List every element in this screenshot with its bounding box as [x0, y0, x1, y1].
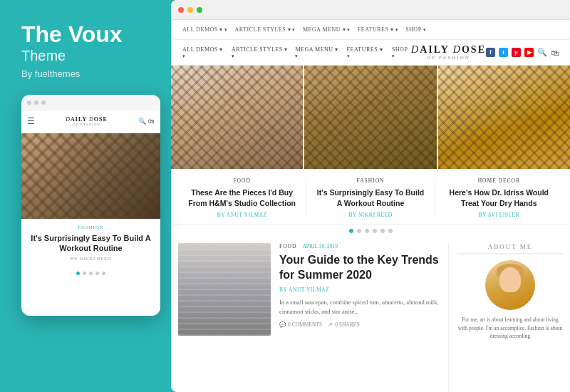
left-panel: The Voux Theme By fuelthemes ☰ DAILY DOS…: [0, 0, 171, 392]
site-logo: DAILY DOSE OF FASHION: [411, 45, 486, 61]
article-title-2[interactable]: It's Surprisingly Easy To Build A Workou…: [314, 187, 427, 208]
comments-count: 0 COMMENTS: [288, 321, 322, 328]
about-text: For me, art is about learning and about …: [457, 316, 563, 340]
carousel-dot-3[interactable]: [365, 229, 369, 233]
avatar-face: [499, 267, 521, 292]
hero-grid: [171, 66, 570, 169]
browser-mockup: ALL DEMOS ▾ ARTICLE STYLES ▾ MEGA MENU ▾…: [171, 0, 570, 392]
top-nav-all-demos[interactable]: ALL DEMOS ▾: [182, 26, 228, 33]
comment-icon: 💬: [279, 321, 286, 328]
main-nav-all-demos[interactable]: ALL DEMOS ▾: [182, 46, 224, 59]
carousel-dot-6[interactable]: [388, 229, 393, 233]
comments-button[interactable]: 💬 0 COMMENTS: [279, 321, 322, 328]
carousel-dot-5[interactable]: [380, 229, 385, 233]
article-card-3: HOME DECOR Here's How Dr. Idriss Would T…: [435, 177, 563, 218]
mobile-dot-4: [95, 272, 99, 275]
hero-image-1: [171, 66, 303, 169]
pinterest-icon[interactable]: p: [512, 48, 521, 57]
mobile-article-category: FASHION: [28, 225, 153, 230]
pattern-overlay-1: [171, 66, 303, 169]
about-sidebar: ABOUT ME For me, art is about learning a…: [449, 243, 563, 392]
browser-close-dot: [178, 7, 184, 13]
pattern-overlay-3: [438, 66, 570, 169]
top-nav-links: ALL DEMOS ▾ ARTICLE STYLES ▾ MEGA MENU ▾…: [182, 26, 426, 33]
browser-minimize-dot: [187, 7, 193, 13]
mobile-logo-text: DAILY DOSE: [39, 117, 134, 123]
carousel-dot-1[interactable]: [349, 229, 353, 233]
featured-actions: 💬 0 COMMENTS ↗ 0 SHARES: [279, 321, 440, 328]
site-logo-tagline: OF FASHION: [411, 55, 486, 61]
article-cat-1: FOOD: [185, 177, 299, 184]
featured-article: FOOD APRIL 30, 2019 Your Guide to the Ke…: [178, 243, 449, 392]
mobile-dot-5: [102, 272, 105, 275]
share-icon: ↗: [328, 321, 333, 328]
main-nav-article-styles[interactable]: ARTICLE STYLES ▾: [232, 46, 288, 59]
facebook-icon[interactable]: f: [486, 48, 495, 57]
hero-image-3: [438, 66, 570, 169]
article-title-3[interactable]: Here's How Dr. Idriss Would Treat Your D…: [442, 187, 556, 208]
bottom-section: FOOD APRIL 30, 2019 Your Guide to the Ke…: [171, 236, 570, 392]
cart-icon[interactable]: 🛍: [551, 48, 559, 57]
about-avatar: [485, 260, 535, 310]
carousel-dot-4[interactable]: [373, 229, 377, 233]
article-author-3: by AVI EISLER: [442, 212, 556, 218]
hero-image-2: [304, 66, 436, 169]
cart-icon: 🛍: [148, 118, 155, 125]
carousel-dot-2[interactable]: [357, 229, 361, 233]
youtube-icon[interactable]: ▶: [524, 48, 534, 57]
browser-expand-dot: [197, 7, 202, 13]
mobile-logo-sub: OF FASHION: [39, 123, 134, 126]
article-card-2: FASHION It's Surprisingly Easy To Build …: [306, 177, 434, 218]
main-nav-mega-menu[interactable]: MEGA MENU ▾: [295, 46, 339, 59]
mobile-article-content: FASHION It's Surprisingly Easy To Build …: [21, 219, 160, 268]
main-nav-left: ALL DEMOS ▾ ARTICLE STYLES ▾ MEGA MENU ▾…: [182, 46, 411, 59]
article-cat-2: FASHION: [314, 177, 427, 184]
article-title-1[interactable]: These Are the Pieces I'd Buy From H&M's …: [185, 187, 299, 208]
stripes-overlay: [178, 243, 271, 336]
mobile-dot-2: [34, 100, 38, 105]
mobile-carousel-dots: [21, 267, 160, 279]
top-nav-article-styles[interactable]: ARTICLE STYLES ▾: [235, 26, 296, 33]
site-top-nav: ALL DEMOS ▾ ARTICLE STYLES ▾ MEGA MENU ▾…: [171, 20, 570, 40]
mobile-nav: ☰ DAILY DOSE OF FASHION 🔍 🛍: [21, 110, 160, 133]
mobile-dot-3: [41, 100, 46, 105]
search-icon: 🔍: [138, 118, 146, 125]
featured-meta: FOOD APRIL 30, 2019: [279, 243, 440, 249]
mobile-article-title: It's Surprisingly Easy To Build A Workou…: [28, 233, 153, 254]
fendi-pattern: [21, 133, 160, 219]
article-author-1: by ANUT YILMAZ: [185, 212, 299, 218]
shares-button[interactable]: ↗ 0 SHARES: [328, 321, 359, 328]
featured-content: FOOD APRIL 30, 2019 Your Guide to the Ke…: [279, 243, 440, 392]
main-nav-features[interactable]: FEATURES ▾: [347, 46, 385, 59]
carousel-dots: [171, 225, 570, 236]
shares-count: 0 SHARES: [335, 321, 359, 328]
mobile-dot-3: [89, 272, 93, 275]
about-title: ABOUT ME: [457, 243, 563, 254]
mobile-dot-1: [27, 100, 31, 105]
featured-category: FOOD: [279, 243, 296, 249]
article-cat-3: HOME DECOR: [442, 177, 556, 184]
article-author-2: by NIKKI REED: [314, 212, 427, 218]
top-nav-shop[interactable]: SHOP: [405, 26, 426, 33]
browser-top-bar: [171, 0, 570, 20]
twitter-icon[interactable]: t: [499, 48, 508, 57]
search-icon[interactable]: 🔍: [537, 48, 547, 57]
top-nav-features[interactable]: FEATURES ▾: [358, 26, 398, 33]
mobile-dot-active: [76, 272, 80, 275]
featured-date: APRIL 30, 2019: [302, 243, 338, 249]
hamburger-icon: ☰: [27, 116, 35, 127]
theme-by: By fuelthemes: [21, 68, 157, 79]
featured-image: [178, 243, 271, 336]
site-logo-text: DAILY DOSE: [411, 45, 486, 55]
mobile-article-author: by NIKKI REED: [28, 256, 153, 262]
mobile-mockup: ☰ DAILY DOSE OF FASHION 🔍 🛍 FASHION It's…: [21, 95, 160, 316]
site-main-nav: ALL DEMOS ▾ ARTICLE STYLES ▾ MEGA MENU ▾…: [171, 40, 570, 66]
mobile-dot-2: [83, 272, 86, 275]
featured-excerpt: In a small saucepan, combine spiced rum,…: [279, 298, 440, 316]
theme-title: The Voux Theme: [21, 21, 157, 68]
top-nav-mega-menu[interactable]: MEGA MENU ▾: [303, 26, 351, 33]
mobile-top-bar: [21, 95, 160, 110]
featured-author: by ANUT YILMAZ: [279, 287, 440, 293]
main-nav-shop[interactable]: SHOP: [392, 46, 411, 59]
featured-title[interactable]: Your Guide to the Key Trends for Summer …: [279, 253, 440, 283]
